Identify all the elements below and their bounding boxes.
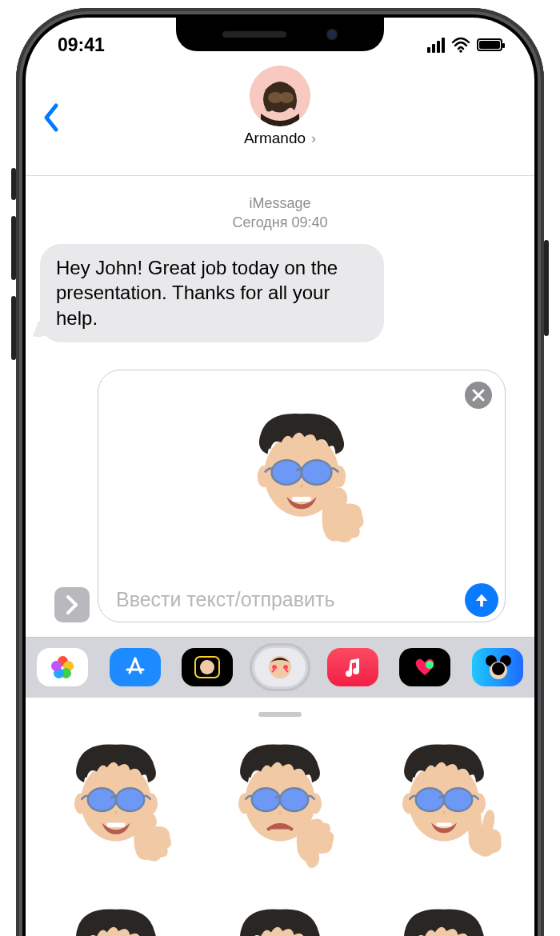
incoming-message-bubble[interactable]: Hey John! Great job today on the present…: [40, 244, 384, 342]
contact-name-button[interactable]: Armando ›: [26, 130, 534, 147]
drawer-handle[interactable]: [258, 712, 302, 717]
sticker-grid: [45, 731, 515, 936]
phone-frame: 09:41 Armando ›: [16, 8, 544, 936]
svg-rect-11: [292, 497, 311, 502]
contact-name-label: Armando: [244, 130, 306, 146]
sticker-thumbs-up[interactable]: [45, 731, 186, 873]
close-icon: [472, 389, 485, 402]
fitness-app[interactable]: [399, 648, 450, 686]
volume-down-button: [11, 296, 16, 360]
svg-point-7: [459, 50, 462, 53]
sticker-drawer[interactable]: [26, 698, 534, 936]
chevron-left-icon: [42, 102, 59, 133]
conversation-header: Armando ›: [26, 66, 534, 176]
app-store-app[interactable]: [110, 648, 161, 686]
apple-music-app[interactable]: [327, 648, 378, 686]
send-button[interactable]: [465, 583, 498, 617]
memoji-stickers-icon: [263, 652, 297, 682]
memoji-thumbs-up-sticker: [234, 402, 370, 546]
screen: 09:41 Armando ›: [26, 18, 534, 936]
chevron-right-icon: [64, 594, 80, 615]
placeholder-text: Ввести текст/отправить: [116, 588, 335, 610]
status-time: 09:41: [58, 34, 105, 56]
sticker-fist[interactable]: [209, 895, 350, 936]
app-store-icon: [123, 655, 147, 679]
service-label: iMessage: [40, 194, 520, 213]
wifi-icon: [451, 37, 470, 53]
memoji-stickers-app[interactable]: [254, 648, 306, 686]
message-text: Hey John! Great job today on the present…: [56, 257, 338, 329]
arrow-up-icon: [473, 591, 490, 609]
svg-rect-21: [437, 823, 452, 827]
compose-field[interactable]: Ввести текст/отправить: [98, 370, 506, 622]
sticker-jazz-hands[interactable]: [45, 895, 186, 936]
disney-app[interactable]: [472, 648, 523, 686]
svg-point-19: [492, 662, 505, 675]
svg-point-10: [279, 92, 294, 103]
chevron-right-icon: ›: [307, 130, 316, 146]
imessage-app-strip[interactable]: [26, 637, 534, 698]
music-note-icon: [343, 657, 362, 678]
animoji-app[interactable]: [182, 648, 233, 686]
sticker-peace[interactable]: [374, 731, 515, 873]
notch: [176, 18, 384, 51]
battery-icon: [477, 38, 502, 51]
svg-rect-20: [106, 823, 124, 828]
message-metadata: iMessage Сегодня 09:40: [40, 194, 520, 233]
photos-app[interactable]: [37, 648, 88, 686]
remove-attachment-button[interactable]: [465, 382, 492, 409]
timestamp-label: Сегодня 09:40: [40, 213, 520, 232]
svg-point-15: [426, 661, 434, 669]
contact-avatar[interactable]: [250, 66, 310, 126]
mute-switch: [11, 168, 16, 200]
photos-icon: [51, 656, 74, 678]
staged-attachment: [98, 370, 505, 578]
back-button[interactable]: [42, 101, 59, 141]
sticker-thumbs-down[interactable]: [209, 731, 350, 873]
collapse-apps-button[interactable]: [54, 587, 90, 622]
animoji-icon: [191, 653, 223, 682]
volume-up-button: [11, 216, 16, 280]
svg-point-13: [200, 660, 214, 674]
message-input[interactable]: Ввести текст/отправить: [116, 588, 457, 611]
sticker-shush[interactable]: [374, 895, 515, 936]
mickey-icon: [482, 653, 514, 682]
conversation-scroll[interactable]: iMessage Сегодня 09:40 Hey John! Great j…: [26, 176, 534, 622]
heart-icon: [411, 656, 438, 678]
cellular-signal-icon: [427, 38, 445, 53]
power-button: [544, 240, 549, 336]
